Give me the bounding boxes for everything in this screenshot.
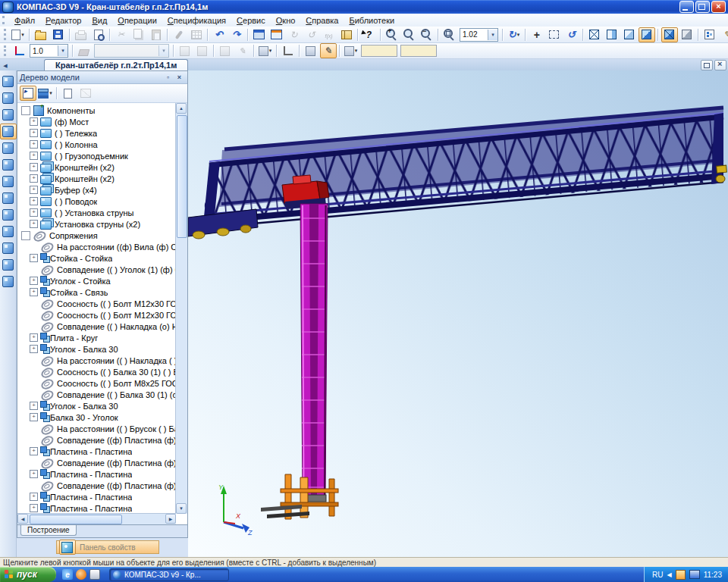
menu-item[interactable]: Операции <box>112 15 162 26</box>
coordinate-y-field[interactable] <box>400 45 437 57</box>
tree-row[interactable]: Совпадение (( ) Накладка (о) Накладк <box>17 321 176 332</box>
tree-row[interactable]: +Уголок - Стойка <box>17 275 176 286</box>
shaded-wireframe-view-button[interactable] <box>661 27 678 42</box>
expand-toggle-icon[interactable]: + <box>30 288 38 296</box>
coordinate-x-field[interactable] <box>361 45 397 57</box>
minimize-button[interactable] <box>679 1 694 13</box>
scroll-up-icon[interactable]: ▲ <box>176 103 187 114</box>
zoom-frame-button[interactable] <box>401 27 418 42</box>
chevron-down-icon[interactable]: ▾ <box>269 48 272 54</box>
zoom-out-button[interactable] <box>419 27 435 42</box>
fx-variables-button[interactable] <box>321 27 337 42</box>
eraser-button[interactable] <box>76 43 93 58</box>
pin-icon[interactable]: ▫ <box>162 72 174 83</box>
current-step-button[interactable] <box>11 43 28 58</box>
column[interactable] <box>300 204 328 496</box>
state-combo[interactable]: ▾ <box>94 44 169 58</box>
panel-sheet-metal-button[interactable] <box>0 257 17 273</box>
internet-explorer-icon[interactable]: e <box>62 569 73 580</box>
tree-row[interactable]: +Буфер (x4) <box>17 184 176 196</box>
shaded-view-button[interactable] <box>639 27 655 42</box>
paste-button[interactable] <box>148 27 165 42</box>
tree-row[interactable]: +( ) Тележка <box>17 127 176 139</box>
expand-toggle-icon[interactable]: + <box>30 129 38 137</box>
chevron-down-icon[interactable]: ▾ <box>517 32 520 38</box>
expand-toggle-icon[interactable]: + <box>30 208 38 217</box>
menu-item[interactable]: Сервис <box>231 15 271 26</box>
exclude-checkbox[interactable] <box>21 231 30 240</box>
tree-row[interactable]: На расстоянии (( ) Брусок ( ) Балка 30 ( <box>17 423 176 434</box>
model-viewport[interactable]: Y X Z <box>188 70 728 557</box>
scroll-left-icon[interactable]: ◀ <box>17 514 28 524</box>
new-document-button[interactable]: ▾ <box>10 27 27 42</box>
tree-row[interactable]: На расстоянии (( ) Накладка ( ) Балка 3 <box>17 355 176 366</box>
undo-button[interactable] <box>211 27 228 42</box>
hidden-lines-view-button[interactable] <box>604 27 620 42</box>
panel-elements-button[interactable] <box>0 274 17 289</box>
fork-carriage[interactable] <box>261 474 338 519</box>
properties-panel-bar[interactable]: Панель свойств <box>56 540 159 554</box>
tree-row[interactable]: +( ) Поводок <box>17 196 176 207</box>
pan-view-button[interactable] <box>529 27 545 42</box>
left-end-carriage[interactable] <box>188 209 258 239</box>
tree-report-button[interactable] <box>60 86 77 101</box>
simplified-display-button[interactable] <box>701 27 718 42</box>
expand-toggle-icon[interactable]: + <box>30 186 38 194</box>
document-restore-button[interactable] <box>701 60 713 70</box>
tray-display-icon[interactable] <box>689 570 700 579</box>
coincident-mode-button[interactable] <box>303 43 319 58</box>
tree-row[interactable]: Компоненты <box>17 105 176 116</box>
frame-select-button[interactable] <box>546 27 563 42</box>
tree-row[interactable]: +(ф) Мост <box>17 116 176 127</box>
tree-display-mode-button[interactable]: ▾ <box>37 86 54 101</box>
tree-row[interactable]: Сопряжения <box>17 230 176 241</box>
tree-row[interactable]: Совпадение (( ) Уголок (1) (ф) Стойка) <box>17 264 176 275</box>
expand-toggle-icon[interactable]: + <box>30 277 38 285</box>
tree-vertical-scrollbar[interactable]: ▲ ▼ <box>175 103 187 514</box>
perspective-view-button[interactable] <box>679 27 695 42</box>
tree-panel-header[interactable]: Дерево модели ▫ × <box>17 71 187 84</box>
tree-row[interactable]: +Установка струны (x2) <box>17 218 176 230</box>
expand-toggle-icon[interactable]: + <box>30 504 38 512</box>
wireframe-view-button[interactable] <box>586 27 603 42</box>
refresh-view-button[interactable] <box>563 27 580 42</box>
panel-filters-button[interactable] <box>0 157 17 173</box>
print-preview-button[interactable] <box>90 27 107 42</box>
expand-toggle-icon[interactable]: + <box>30 117 38 126</box>
tree-relations-button[interactable] <box>77 86 94 101</box>
vertical-scroll-thumb[interactable] <box>177 115 187 238</box>
context-help-button[interactable] <box>361 27 378 42</box>
tree-horizontal-scrollbar[interactable]: ◀ ▶ <box>17 513 176 524</box>
horizontal-scroll-thumb[interactable] <box>30 515 122 524</box>
new-sketch-button[interactable] <box>320 43 337 58</box>
tree-row[interactable]: +Пластина - Пластина <box>17 468 176 480</box>
panel-parameterization-button[interactable] <box>0 224 17 239</box>
tree-row[interactable]: +Кронштейн (x2) <box>17 173 176 184</box>
menu-item[interactable]: Справка <box>300 15 344 26</box>
rebuild-model-button[interactable] <box>286 27 303 42</box>
print-button[interactable] <box>73 27 89 42</box>
local-cs-button[interactable] <box>280 43 297 58</box>
expand-toggle-icon[interactable]: + <box>30 447 38 455</box>
properties-panel-button[interactable] <box>59 540 76 555</box>
tree-row[interactable]: +Кронштейн (x2) <box>17 161 176 173</box>
panel-edit-part-button[interactable] <box>0 74 17 89</box>
tray-document-icon[interactable] <box>676 570 686 580</box>
chevron-down-icon[interactable]: ▾ <box>49 90 52 96</box>
show-desktop-icon[interactable] <box>89 569 100 580</box>
snap-setup-button[interactable]: ▾ <box>343 43 359 58</box>
edit-assembly-button[interactable] <box>194 43 211 58</box>
tree-row[interactable]: +( ) Колонна <box>17 139 176 150</box>
refresh-model-button[interactable] <box>303 27 320 42</box>
tree-row[interactable]: +Пластина - Пластина <box>17 502 176 514</box>
copy-style-button[interactable] <box>171 27 187 42</box>
bridge-truss[interactable] <box>202 108 723 228</box>
expand-toggle-icon[interactable]: + <box>30 470 38 478</box>
tab-scroll-left-button[interactable]: ◀ <box>0 61 11 70</box>
spec-manager-button[interactable] <box>188 27 205 42</box>
menu-item[interactable]: Редактор <box>40 15 86 26</box>
mate-edit-button[interactable] <box>234 43 251 58</box>
hide-component-button[interactable] <box>217 43 234 58</box>
copy-button[interactable] <box>130 27 147 42</box>
open-document-button[interactable] <box>33 27 49 42</box>
